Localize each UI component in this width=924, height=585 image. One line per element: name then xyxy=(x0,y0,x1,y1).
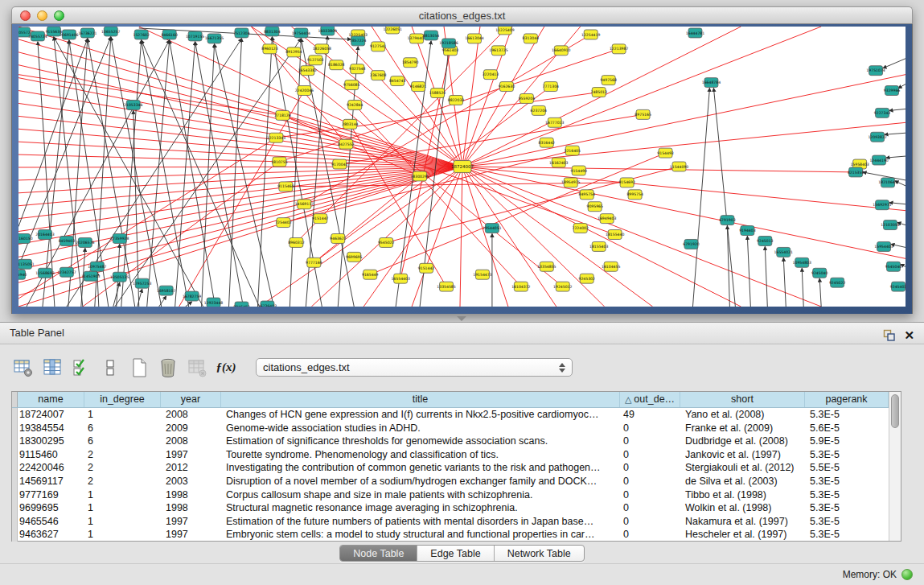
cell[interactable]: 9115460 xyxy=(18,448,84,462)
graph-node[interactable]: 19754404 xyxy=(292,28,310,38)
table-settings-button[interactable] xyxy=(11,356,35,380)
graph-node[interactable]: 12342757 xyxy=(57,267,76,277)
graph-node[interactable]: 10719155 xyxy=(186,31,204,41)
graph-node[interactable]: 20691406 xyxy=(60,30,78,39)
cell[interactable]: 22420046 xyxy=(18,461,84,475)
graph-node[interactable]: 9165449 xyxy=(362,270,379,279)
graph-node[interactable]: 9127503 xyxy=(307,56,324,65)
function-builder-button[interactable]: ƒ(x) xyxy=(214,356,238,380)
cell[interactable]: 0 xyxy=(620,461,680,475)
graph-node[interactable]: 15692971 xyxy=(873,200,891,210)
graph-node[interactable]: 16444781 xyxy=(686,28,704,38)
cell[interactable]: 2008 xyxy=(161,435,221,448)
graph-node[interactable]: 16736221 xyxy=(78,28,97,38)
graph-node[interactable]: 7857224 xyxy=(350,36,367,46)
graph-node[interactable]: 21053346 xyxy=(124,100,142,109)
graph-node[interactable]: 16648784 xyxy=(702,78,721,88)
panel-splitter-handle[interactable] xyxy=(457,316,466,321)
cell[interactable]: Changes of HCN gene expression and I(f) … xyxy=(221,408,620,422)
graph-node[interactable]: 9151442 xyxy=(418,263,435,273)
graph-node[interactable]: 6791903 xyxy=(719,216,736,225)
graph-node[interactable]: 18226058 xyxy=(313,44,331,54)
graph-node[interactable]: 12444190 xyxy=(869,155,888,165)
graph-node[interactable]: 3216405 xyxy=(565,146,581,155)
graph-node[interactable]: 9162630 xyxy=(499,82,515,92)
cell[interactable]: 1997 xyxy=(161,515,221,529)
graph-node[interactable]: 13354585 xyxy=(437,282,455,291)
cell[interactable]: 0 xyxy=(620,475,680,488)
table-row[interactable]: 1830029562008Estimation of significance … xyxy=(12,435,889,448)
graph-node[interactable]: 9245403 xyxy=(890,282,906,291)
column-header-title[interactable]: title xyxy=(221,392,620,407)
graph-node[interactable]: 3220413 xyxy=(483,70,499,80)
graph-node[interactable]: 16104455 xyxy=(602,262,620,271)
cell[interactable]: Tourette syndrome. Phenomenology and cla… xyxy=(221,448,620,462)
graph-node[interactable]: 18155440 xyxy=(606,230,624,240)
cell[interactable]: Investigating the contribution of common… xyxy=(221,461,620,475)
cell[interactable]: de Silva et al. (2003) xyxy=(680,475,805,488)
cell[interactable]: 1 xyxy=(84,515,161,529)
graph-node[interactable]: 18210643 xyxy=(878,178,897,187)
graph-node[interactable]: 8466160 xyxy=(161,30,178,39)
graph-node[interactable]: 9777169 xyxy=(306,257,322,267)
graph-node[interactable]: 6237204 xyxy=(531,105,548,115)
graph-node[interactable]: 9154490 xyxy=(571,166,588,175)
graph-node[interactable]: 2803144 xyxy=(342,119,359,129)
graph-node[interactable]: 8316442 xyxy=(539,138,556,147)
graph-node[interactable]: 10975487 xyxy=(88,262,106,271)
graph-node[interactable]: 18155403 xyxy=(589,241,608,251)
cell[interactable]: 14569117 xyxy=(18,475,84,488)
cell[interactable]: 5.6E-5 xyxy=(805,422,889,435)
graph-node[interactable]: 18954975 xyxy=(561,178,580,187)
graph-node[interactable]: 1854790 xyxy=(402,58,419,68)
graph-node[interactable]: 8822033 xyxy=(448,96,465,105)
scrollbar-thumb[interactable] xyxy=(891,394,899,428)
graph-node[interactable]: 16777013 xyxy=(545,117,564,127)
cell[interactable]: 1998 xyxy=(161,501,221,515)
graph-node[interactable]: 16162403 xyxy=(549,158,568,167)
cell[interactable]: Tibbo et al. (1998) xyxy=(680,488,805,502)
graph-node[interactable]: 17359928 xyxy=(110,234,129,244)
graph-node[interactable]: 16554403 xyxy=(391,274,409,283)
cell[interactable]: Estimation of the future numbers of pati… xyxy=(221,515,620,529)
memory-status[interactable]: Memory: OK xyxy=(843,569,913,580)
graph-node[interactable]: 8186328 xyxy=(328,60,345,70)
graph-node[interactable]: 16736403 xyxy=(258,301,277,307)
graph-node[interactable]: 17957253 xyxy=(133,278,151,288)
graph-node[interactable]: 24055724 xyxy=(28,31,47,41)
graph-node[interactable]: 8313044 xyxy=(523,34,540,43)
table-row[interactable]: 977716911998Corpus callosum shape and si… xyxy=(12,488,889,502)
graph-node[interactable]: 12103054 xyxy=(881,220,899,230)
graph-node[interactable]: 10954803 xyxy=(793,257,811,267)
cell[interactable]: 5.3E-5 xyxy=(805,488,889,502)
graph-node[interactable]: 8495754 xyxy=(579,190,596,200)
graph-node[interactable]: 19154473 xyxy=(473,270,491,279)
cell[interactable]: Franke et al. (2009) xyxy=(680,422,805,435)
select-rows-button[interactable] xyxy=(69,356,93,380)
graph-node[interactable]: 7512304 xyxy=(233,28,250,38)
cell[interactable]: 1 xyxy=(84,488,161,502)
cell[interactable]: Estimation of significance thresholds fo… xyxy=(221,435,620,448)
graph-node[interactable]: 9329966 xyxy=(884,86,901,96)
graph-node[interactable]: 9095965 xyxy=(586,202,603,212)
graph-node[interactable]: 20206576 xyxy=(76,237,94,247)
graph-node[interactable]: 8975165 xyxy=(634,109,651,119)
graph-node[interactable]: 8454743 xyxy=(389,76,406,86)
graph-node[interactable]: 22420046 xyxy=(295,86,314,96)
graph-node[interactable]: 16033809 xyxy=(318,27,337,35)
cell[interactable]: 2 xyxy=(84,475,161,488)
graph-node[interactable]: 14569117 xyxy=(295,200,314,209)
cell[interactable]: Wolkin et al. (1998) xyxy=(680,501,805,515)
graph-node[interactable]: 19751074 xyxy=(866,66,885,76)
cell[interactable]: 9777169 xyxy=(18,488,84,502)
graph-node[interactable]: 13354855 xyxy=(537,262,556,271)
graph-node[interactable]: 9146821 xyxy=(410,82,427,92)
cell[interactable]: 9463627 xyxy=(18,528,84,542)
graph-node[interactable]: 9545040 xyxy=(885,262,902,271)
graph-node[interactable]: 1527602 xyxy=(133,30,150,39)
cell[interactable]: Jankovic et al. (1997) xyxy=(680,448,805,462)
tab-edge-table[interactable]: Edge Table xyxy=(417,546,494,561)
table-row[interactable]: 1872400712008Changes of HCN gene express… xyxy=(12,408,889,422)
graph-node[interactable]: 8813054 xyxy=(423,31,440,40)
cell[interactable]: 2003 xyxy=(161,475,221,488)
